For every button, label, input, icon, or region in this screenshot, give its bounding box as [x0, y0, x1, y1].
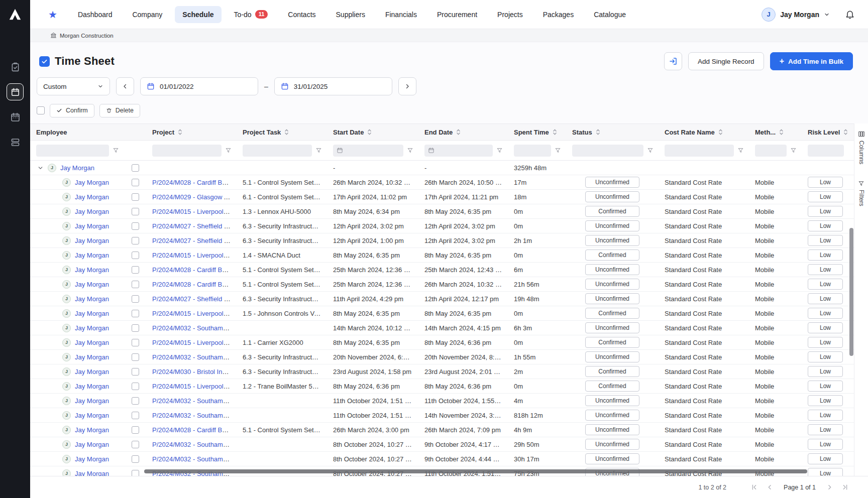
date-to-input[interactable]: 31/01/2025: [274, 77, 392, 95]
date-preset-select[interactable]: Custom: [37, 77, 110, 95]
project-link[interactable]: P/2024/M015 - Liverpool A...: [152, 310, 235, 317]
table-row[interactable]: JJay MorganP/2024/M030 - Bristol Inte...…: [30, 364, 854, 379]
column-header-project-task[interactable]: Project Task: [237, 129, 327, 136]
project-link[interactable]: P/2024/M032 - Southampt...: [152, 397, 234, 405]
row-checkbox[interactable]: [132, 455, 139, 463]
row-checkbox[interactable]: [132, 252, 139, 259]
nav-item-contacts[interactable]: Contacts: [280, 6, 323, 23]
filter-employee-funnel-icon[interactable]: [113, 147, 119, 154]
project-link[interactable]: P/2024/M028 - Cardiff Ba...: [152, 266, 231, 274]
table-row[interactable]: JJay MorganP/2024/M015 - Liverpool A...1…: [30, 204, 854, 219]
project-link[interactable]: P/2024/M028 - Cardiff Ba...: [152, 426, 231, 434]
project-link[interactable]: P/2024/M027 - Sheffield E...: [152, 222, 234, 230]
table-row[interactable]: JJay MorganP/2024/M015 - Liverpool A...1…: [30, 335, 854, 350]
table-row[interactable]: JJay MorganP/2024/M032 - Southampt...8th…: [30, 437, 854, 452]
sort-icon[interactable]: [284, 129, 289, 136]
project-link[interactable]: P/2024/M027 - Sheffield E...: [152, 295, 234, 303]
employee-name-link[interactable]: Jay Morgan: [75, 222, 109, 230]
employee-name-link[interactable]: Jay Morgan: [75, 426, 109, 434]
filter-project-task-funnel-icon[interactable]: [315, 147, 322, 154]
nav-item-suppliers[interactable]: Suppliers: [329, 6, 373, 23]
table-row[interactable]: JJay MorganP/2024/M032 - Southampt...8th…: [30, 452, 854, 466]
column-header-cost-rate-name[interactable]: Cost Rate Name: [659, 129, 749, 136]
table-row[interactable]: JJay MorganP/2024/M027 - Sheffield E...6…: [30, 292, 854, 306]
employee-name-link[interactable]: Jay Morgan: [75, 455, 109, 463]
row-checkbox[interactable]: [132, 281, 139, 288]
employee-name-link[interactable]: Jay Morgan: [75, 470, 109, 476]
date-from-input[interactable]: 01/01/2022: [140, 77, 258, 95]
calendar-icon[interactable]: [337, 147, 343, 154]
column-header-status[interactable]: Status: [566, 129, 659, 136]
employee-name-link[interactable]: Jay Morgan: [75, 353, 109, 361]
table-row[interactable]: JJay MorganP/2024/M032 - Southampt...6.3…: [30, 350, 854, 364]
row-checkbox[interactable]: [132, 412, 139, 419]
employee-name-link[interactable]: Jay Morgan: [75, 237, 109, 244]
prev-period-button[interactable]: [116, 77, 134, 95]
user-menu[interactable]: J Jay Morgan: [762, 8, 830, 22]
table-row[interactable]: JJay MorganP/2024/M015 - Liverpool A...1…: [30, 379, 854, 394]
nav-item-financials[interactable]: Financials: [378, 6, 424, 23]
prev-page-button[interactable]: [766, 483, 774, 491]
employee-name-link[interactable]: Jay Morgan: [75, 193, 109, 201]
row-checkbox[interactable]: [132, 266, 139, 274]
delete-button[interactable]: Delete: [99, 104, 140, 117]
row-checkbox[interactable]: [132, 397, 139, 405]
column-header-project[interactable]: Project: [146, 129, 237, 136]
row-checkbox[interactable]: [132, 237, 139, 244]
project-link[interactable]: P/2024/M015 - Liverpool A...: [152, 339, 235, 346]
columns-panel-tab[interactable]: Columns: [857, 127, 866, 168]
nav-item-dashboard[interactable]: Dashboard: [70, 6, 120, 23]
sort-icon[interactable]: [178, 129, 182, 136]
employee-name-link[interactable]: Jay Morgan: [75, 266, 109, 274]
project-link[interactable]: P/2024/M032 - Southampt...: [152, 441, 234, 448]
nav-item-company[interactable]: Company: [125, 6, 170, 23]
table-row[interactable]: JJay MorganP/2024/M027 - Sheffield E...6…: [30, 219, 854, 233]
project-link[interactable]: P/2024/M029 - Glasgow A...: [152, 193, 234, 201]
collapse-chevron-icon[interactable]: [37, 165, 44, 171]
filter-end-date-funnel-icon[interactable]: [496, 147, 503, 154]
project-link[interactable]: P/2024/M032 - Southampt...: [152, 353, 234, 361]
sort-icon[interactable]: [596, 129, 600, 136]
nav-item-procurement[interactable]: Procurement: [429, 6, 485, 23]
employee-name-link[interactable]: Jay Morgan: [75, 179, 109, 186]
select-all-checkbox[interactable]: [37, 106, 45, 114]
column-header-spent-time[interactable]: Spent Time: [508, 129, 566, 136]
project-link[interactable]: P/2024/M027 - Sheffield E...: [152, 237, 234, 244]
project-link[interactable]: P/2024/M032 - Southampt...: [152, 324, 234, 332]
vertical-scrollbar[interactable]: [849, 228, 853, 356]
add-single-record-button[interactable]: Add Single Record: [688, 52, 764, 70]
filter-start-date-funnel-icon[interactable]: [407, 147, 413, 154]
filter-cost-rate-name-input[interactable]: [665, 145, 734, 157]
row-checkbox[interactable]: [132, 339, 139, 346]
filter-project-task-input[interactable]: [243, 145, 312, 157]
app-logo[interactable]: [0, 0, 30, 29]
sort-icon[interactable]: [779, 129, 784, 136]
project-link[interactable]: P/2024/M028 - Cardiff Ba...: [152, 281, 231, 288]
project-link[interactable]: P/2024/M015 - Liverpool A...: [152, 252, 235, 259]
column-header-start-date[interactable]: Start Date: [327, 129, 418, 136]
employee-name-link[interactable]: Jay Morgan: [75, 281, 109, 288]
favorites-star-icon[interactable]: ★: [48, 10, 57, 20]
sidebar-item-equipment-icon[interactable]: [7, 134, 24, 151]
table-row[interactable]: JJay MorganP/2024/M032 - Southampt...11t…: [30, 394, 854, 408]
employee-name-link[interactable]: Jay Morgan: [60, 164, 94, 172]
row-checkbox[interactable]: [132, 310, 139, 317]
table-row[interactable]: JJay MorganP/2024/M032 - Southampt...11t…: [30, 408, 854, 423]
employee-name-link[interactable]: Jay Morgan: [75, 441, 109, 448]
table-row[interactable]: JJay MorganP/2024/M028 - Cardiff Ba...5.…: [30, 277, 854, 292]
project-link[interactable]: P/2024/M015 - Liverpool A...: [152, 208, 235, 215]
employee-name-link[interactable]: Jay Morgan: [75, 324, 109, 332]
table-row[interactable]: JJay MorganP/2024/M015 - Liverpool A...1…: [30, 248, 854, 263]
filter-method-input[interactable]: [755, 145, 787, 157]
horizontal-scrollbar[interactable]: [144, 469, 807, 473]
row-checkbox[interactable]: [132, 441, 139, 448]
nav-item-packages[interactable]: Packages: [535, 6, 581, 23]
next-page-button[interactable]: [826, 483, 833, 491]
filter-project-input[interactable]: [152, 145, 222, 157]
filter-end-date-input[interactable]: [424, 145, 493, 157]
employee-group-row[interactable]: JJay Morgan--3259h 48m: [30, 161, 854, 175]
row-checkbox[interactable]: [132, 368, 139, 376]
sort-icon[interactable]: [456, 129, 461, 136]
row-checkbox[interactable]: [132, 222, 139, 230]
row-checkbox[interactable]: [132, 426, 139, 434]
